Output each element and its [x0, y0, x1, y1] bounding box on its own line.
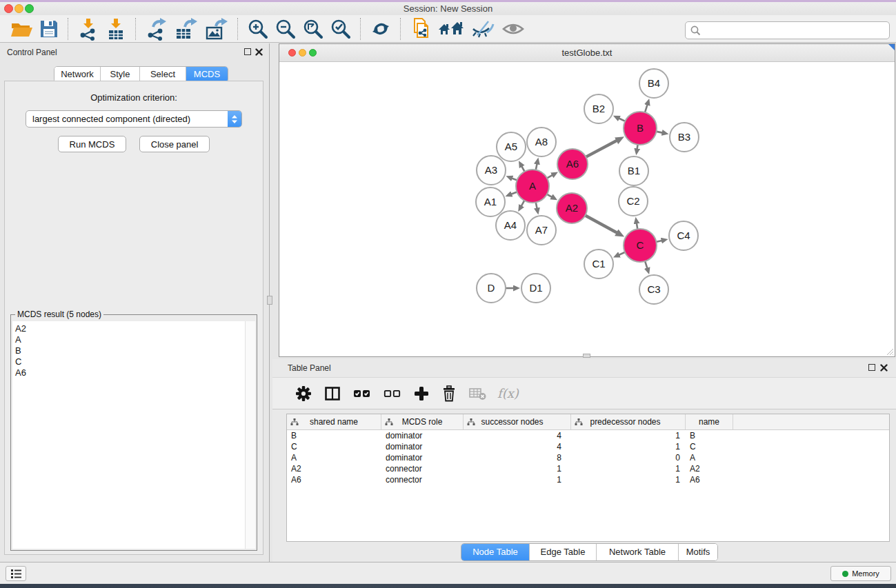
zoom-selected-icon	[330, 18, 352, 40]
mcds-result-item[interactable]: A6	[15, 367, 246, 378]
cell: C	[686, 441, 733, 452]
table-row-A[interactable]: Adominator80A	[287, 452, 889, 463]
toolbar-separator	[360, 18, 361, 40]
cell-filler	[733, 430, 889, 441]
delete-table-button[interactable]	[469, 386, 487, 401]
duplicate-network-button[interactable]	[410, 17, 432, 41]
cell: 4	[464, 441, 571, 452]
tab-motifs[interactable]: Motifs	[679, 544, 717, 560]
tab-node-table[interactable]: Node Table	[461, 544, 530, 560]
deselect-all-button[interactable]	[384, 388, 401, 399]
export-network-button[interactable]	[145, 17, 168, 41]
tab-mcds[interactable]: MCDS	[186, 67, 228, 82]
hide-panels-button[interactable]	[470, 19, 495, 39]
export-network-icon	[145, 17, 168, 41]
import-network-button[interactable]	[77, 17, 99, 41]
float-table-panel-button[interactable]	[868, 364, 875, 371]
graph-node-label-C3: C3	[647, 283, 660, 295]
control-panel: Control Panel NetworkStyleSelectMCDS Opt…	[0, 43, 270, 562]
close-mcds-panel-button[interactable]: Close panel	[139, 136, 210, 152]
horizontal-splitter-handle[interactable]	[583, 354, 590, 358]
column-header-name[interactable]: name	[686, 414, 733, 429]
column-header-shared-name[interactable]: shared name	[287, 414, 381, 429]
tab-edge-table[interactable]: Edge Table	[530, 544, 597, 560]
graph-node-label-A2: A2	[566, 202, 578, 214]
zoom-out-button[interactable]	[275, 18, 297, 40]
home-view-button[interactable]	[437, 19, 465, 39]
graph-node-label-A1: A1	[484, 196, 497, 207]
save-session-button[interactable]	[39, 18, 59, 40]
application-window: Session: New Session Control Panel	[0, 0, 896, 588]
column-header-MCDS-role[interactable]: MCDS role	[381, 414, 464, 429]
network-graph[interactable]: ABCA6A2A5A8A3A1A4A7B2B4B3B1C2C4C1C3DD1	[279, 61, 895, 356]
table-tabs: Node TableEdge TableNetwork TableMotifs	[461, 543, 718, 561]
search-input[interactable]	[704, 23, 889, 38]
mcds-result-title: MCDS result (5 nodes)	[15, 310, 103, 319]
column-label: predecessor nodes	[590, 417, 660, 427]
cell: 1	[571, 441, 686, 452]
table-toolbar: f(x)	[272, 377, 896, 409]
toolbar-separator	[68, 18, 69, 40]
tab-style[interactable]: Style	[101, 67, 140, 82]
mcds-result-item[interactable]: C	[15, 356, 246, 367]
mcds-result-item[interactable]: B	[15, 345, 246, 356]
mcds-result-list: A2ABCA6	[12, 321, 246, 549]
zoom-in-button[interactable]	[247, 18, 269, 40]
vertical-splitter-handle[interactable]	[267, 296, 272, 305]
task-history-button[interactable]	[6, 566, 26, 581]
graph-edge-A2-C[interactable]	[584, 215, 617, 233]
table-row-A2[interactable]: A2connector11A2	[287, 463, 889, 474]
deselect-all-icon	[384, 388, 401, 399]
function-builder-button[interactable]: f(x)	[497, 386, 519, 401]
show-columns-button[interactable]	[324, 385, 341, 402]
memory-indicator-button[interactable]: Memory	[830, 566, 891, 581]
column-header-predecessor-nodes[interactable]: predecessor nodes	[571, 414, 686, 429]
memory-label: Memory	[852, 569, 879, 578]
float-panel-button[interactable]	[244, 48, 251, 55]
zoom-fit-button[interactable]	[302, 18, 324, 40]
export-image-button[interactable]	[204, 17, 229, 41]
graph-node-label-A: A	[529, 180, 536, 192]
apply-layout-button[interactable]	[370, 18, 392, 40]
mcds-result-item[interactable]: A	[15, 334, 246, 345]
import-table-button[interactable]	[105, 17, 127, 41]
close-table-panel-button[interactable]	[879, 363, 888, 372]
tab-select[interactable]: Select	[140, 67, 186, 82]
graph-edge-A6-B[interactable]	[585, 141, 617, 158]
memory-status-dot	[842, 571, 848, 577]
graph-node-label-A5: A5	[505, 141, 517, 152]
table-row-A6[interactable]: A6connector11A6	[287, 474, 889, 485]
column-header-successor-nodes[interactable]: successor nodes	[464, 414, 571, 429]
graph-node-label-C4: C4	[677, 230, 690, 241]
node-table-header: shared nameMCDS rolesuccessor nodesprede…	[287, 414, 889, 430]
select-all-icon	[353, 388, 371, 399]
zoom-selected-button[interactable]	[330, 18, 352, 40]
add-column-button[interactable]	[414, 386, 429, 401]
open-session-button[interactable]	[10, 18, 33, 40]
graph-node-label-D1: D1	[529, 282, 542, 294]
close-panel-button[interactable]	[255, 48, 263, 56]
delete-columns-button[interactable]	[441, 385, 457, 402]
column-label: successor nodes	[481, 417, 543, 427]
tab-network[interactable]: Network	[54, 67, 101, 82]
zoom-fit-icon	[302, 18, 324, 40]
run-mcds-button[interactable]: Run MCDS	[58, 136, 127, 152]
mcds-result-item[interactable]: A2	[15, 323, 246, 334]
result-scrollbar[interactable]	[245, 321, 255, 549]
cell-filler	[733, 474, 889, 485]
cell: B	[686, 430, 733, 441]
show-panels-button[interactable]	[501, 19, 526, 39]
cell: dominator	[381, 430, 464, 441]
titlebar: Session: New Session	[0, 2, 896, 15]
table-row-C[interactable]: Cdominator41C	[287, 441, 889, 452]
hierarchy-sort-icon	[290, 418, 299, 426]
tab-network-table[interactable]: Network Table	[597, 544, 679, 560]
table-row-B[interactable]: Bdominator41B	[287, 430, 889, 441]
select-all-button[interactable]	[353, 388, 371, 399]
table-settings-button[interactable]	[295, 385, 312, 402]
zoom-in-icon	[247, 18, 269, 40]
export-table-button[interactable]	[174, 17, 199, 41]
cell-filler	[733, 463, 889, 474]
optimization-criterion-select[interactable]: largest connected component (directed)	[26, 110, 242, 128]
resize-grip-icon[interactable]	[885, 347, 894, 356]
